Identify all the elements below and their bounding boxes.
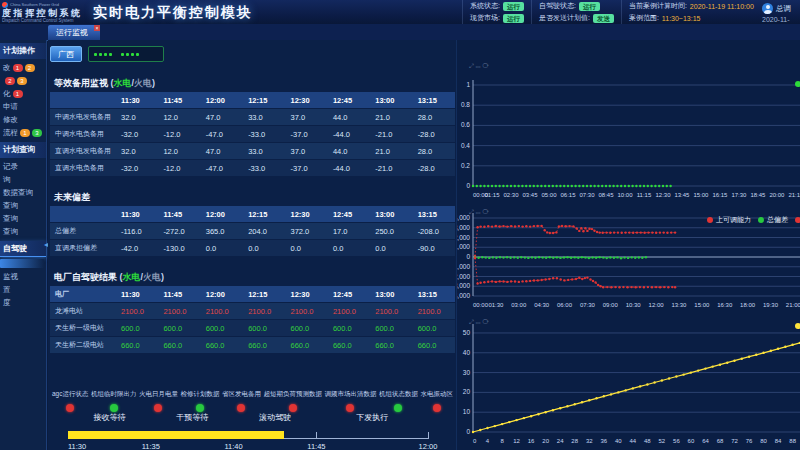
svg-text:10: 10 [463, 408, 471, 415]
svg-text:1: 1 [466, 81, 470, 88]
time-column-header: 11:30 [116, 92, 158, 109]
svg-text:8: 8 [500, 438, 504, 444]
chart-linear-ramp: ⤢▭⟳ 010203040500481216202428323640444852… [457, 314, 800, 450]
data-status-indicator: 机组状态数据 [379, 390, 418, 412]
sidebar-item[interactable]: 询 [0, 173, 46, 186]
cell-value: -12.0 [158, 126, 200, 143]
refresh-icon[interactable]: ⟳ [482, 209, 490, 215]
cell-value: -33.0 [243, 160, 285, 177]
legend-dot [707, 217, 713, 223]
row-label: 天生桥二级电站 [50, 337, 116, 354]
user-avatar-icon [762, 3, 773, 14]
svg-text:16: 16 [528, 438, 535, 444]
sidebar-item[interactable]: 记录 [0, 160, 46, 173]
svg-text:40: 40 [615, 438, 622, 444]
svg-text:06:15: 06:15 [560, 192, 576, 198]
table-row[interactable]: 直调承担偏差-42.0-130.00.00.00.00.00.0-90.0 [50, 240, 455, 257]
svg-text:12:30: 12:30 [655, 192, 671, 198]
cell-value: 660.0 [201, 337, 243, 354]
expand-icon[interactable]: ⤢ [469, 319, 476, 325]
chart-legend [795, 323, 800, 329]
tab-operation-monitor[interactable]: 运行监视 × [48, 25, 100, 40]
cell-value: 0.0 [243, 240, 285, 257]
green-dot [104, 53, 107, 56]
sidebar-item[interactable]: 监视 [0, 270, 46, 283]
indicator-dot [433, 404, 441, 412]
svg-text:00:00: 00:00 [473, 302, 489, 308]
data-table: 11:3011:4512:0012:1512:3012:4513:0013:15… [50, 206, 455, 256]
sidebar-item[interactable]: 查询 [0, 225, 46, 238]
time-column-header: 12:00 [201, 206, 243, 223]
indicator-dot [394, 404, 402, 412]
sidebar-section-header[interactable]: 自驾驶 [0, 241, 46, 257]
table-row[interactable]: 天生桥二级电站660.0660.0660.0660.0660.0660.0660… [50, 337, 455, 354]
svg-text:01:30: 01:30 [488, 302, 504, 308]
notification-badge: 2 [25, 64, 35, 72]
phase-label: 干预等待 [176, 412, 208, 423]
time-column-header: 11:30 [116, 206, 158, 223]
sidebar-item[interactable]: 流程13 [0, 126, 46, 139]
expand-icon[interactable]: ⤢ [469, 209, 476, 215]
case-time-label: 当前案例计算时间: [629, 1, 687, 11]
sidebar-item[interactable]: 置 [0, 283, 46, 296]
indicator-dot [110, 404, 118, 412]
sidebar-section-header[interactable]: 计划操作 [0, 43, 46, 59]
indicator-label: 水电振动区 [420, 390, 453, 399]
cell-value: 600.0 [286, 320, 328, 337]
region-button[interactable]: 广西 [50, 46, 82, 62]
cell-value: 0.0 [328, 240, 370, 257]
section-title: 未来偏差 [54, 191, 456, 203]
sidebar-item-label: 申请 [3, 102, 18, 112]
sidebar-selected-item[interactable] [0, 259, 44, 268]
sidebar-item[interactable]: 查询 [0, 212, 46, 225]
refresh-icon[interactable]: ⟳ [482, 319, 490, 325]
sidebar-item[interactable]: 修改 [0, 113, 46, 126]
sidebar-section-header[interactable]: 计划查询 [0, 142, 46, 158]
cell-value: 47.0 [201, 143, 243, 160]
autodrive-status-badge: 运行 [579, 2, 600, 11]
svg-text:-1,000: -1,000 [457, 263, 470, 270]
sidebar-item[interactable]: 23 [0, 74, 46, 87]
svg-text:16:15: 16:15 [712, 192, 728, 198]
table-row[interactable]: 总偏差-116.0-272.0365.0204.0372.017.0250.0-… [50, 223, 455, 240]
expand-icon[interactable]: ⤢ [469, 63, 476, 69]
svg-text:02:30: 02:30 [503, 192, 519, 198]
cell-value: 37.0 [286, 143, 328, 160]
table-row[interactable]: 直调水电发电备用32.012.047.033.037.044.021.028.0 [50, 143, 455, 160]
table-row[interactable]: 直调水电负备用-32.0-12.0-47.0-33.0-37.0-44.0-21… [50, 160, 455, 177]
chart-toolbar[interactable]: ⤢▭⟳ [469, 209, 491, 216]
data-status-indicator: 超短期负荷预测数据 [263, 390, 322, 412]
indicator-label: 调频市场出清数据 [324, 390, 376, 399]
table-row[interactable]: 龙滩电站2100.02100.02100.02100.02100.02100.0… [50, 303, 455, 320]
refresh-icon[interactable]: ⟳ [482, 63, 490, 69]
user-block[interactable]: 总调 2020-11- [762, 3, 800, 23]
cell-value: -116.0 [116, 223, 158, 240]
csg-logo-icon [2, 2, 8, 8]
row-label: 总偏差 [50, 223, 116, 240]
sidebar-item[interactable]: 申请 [0, 100, 46, 113]
chart-toolbar[interactable]: ⤢▭⟳ [469, 319, 491, 326]
table-row[interactable]: 中调水电发电备用32.012.047.033.037.044.021.028.0 [50, 109, 455, 126]
phase-label: 滚动驾驶 [259, 412, 291, 423]
cell-value: -44.0 [328, 126, 370, 143]
cell-value: -32.0 [116, 160, 158, 177]
svg-text:04:30: 04:30 [534, 302, 550, 308]
table-row[interactable]: 天生桥一级电站600.0600.0600.0600.0600.0600.0600… [50, 320, 455, 337]
sidebar-item[interactable]: 改12 [0, 61, 46, 74]
indicator-dot [66, 404, 74, 412]
legend-dot [795, 81, 800, 87]
sidebar-item[interactable]: 数据查询 [0, 186, 46, 199]
time-column-header: 12:30 [286, 286, 328, 303]
table-row[interactable]: 中调水电负备用-32.0-12.0-47.0-33.0-37.0-44.0-21… [50, 126, 455, 143]
sidebar-item[interactable]: 化1 [0, 87, 46, 100]
chart-toolbar[interactable]: ⤢▭⟳ [469, 63, 491, 70]
sidebar-item[interactable]: 度 [0, 296, 46, 309]
time-column-header: 12:30 [286, 92, 328, 109]
tab-close-icon[interactable]: × [94, 25, 100, 31]
sidebar-item[interactable]: 查询 [0, 199, 46, 212]
table-corner-header: 电厂 [50, 286, 116, 303]
svg-text:0: 0 [466, 253, 470, 260]
spot-market-badge: 运行 [503, 14, 524, 23]
time-column-header: 12:45 [328, 206, 370, 223]
svg-text:48: 48 [644, 438, 651, 444]
